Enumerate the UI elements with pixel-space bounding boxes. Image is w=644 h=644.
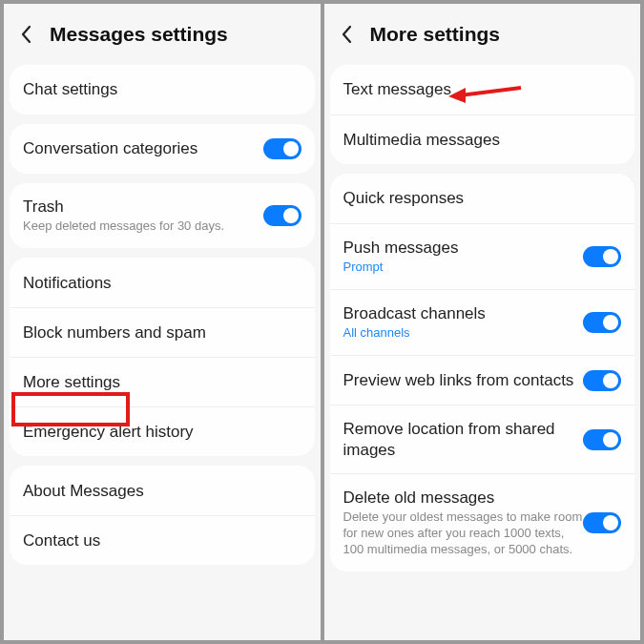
- more-settings-screen: More settings Text messages Multimedia m…: [324, 4, 641, 640]
- page-title: More settings: [370, 23, 501, 46]
- row-label: Broadcast channels: [343, 303, 584, 323]
- row-label: Contact us: [23, 530, 301, 551]
- row-label: Chat settings: [23, 79, 301, 99]
- contact-us-row[interactable]: Contact us: [10, 515, 315, 565]
- push-messages-toggle[interactable]: [583, 246, 621, 267]
- header: Messages settings: [10, 11, 315, 65]
- back-icon[interactable]: [336, 24, 357, 45]
- row-label: Remove location from shared images: [343, 419, 584, 460]
- row-label: Quick responses: [343, 188, 622, 208]
- broadcast-channels-toggle[interactable]: [583, 312, 621, 333]
- row-sublabel: Delete your oldest messages to make room…: [343, 509, 584, 558]
- broadcast-channels-row[interactable]: Broadcast channels All channels: [330, 289, 635, 355]
- remove-location-toggle[interactable]: [583, 429, 621, 450]
- row-label: Delete old messages: [343, 488, 584, 508]
- row-label: Emergency alert history: [23, 422, 301, 442]
- notifications-row[interactable]: Notifications: [10, 258, 315, 307]
- row-label: Block numbers and spam: [23, 322, 301, 343]
- multimedia-messages-row[interactable]: Multimedia messages: [330, 114, 635, 164]
- preview-web-links-row[interactable]: Preview web links from contacts: [330, 355, 635, 405]
- quick-responses-row[interactable]: Quick responses: [330, 174, 635, 223]
- page-title: Messages settings: [50, 23, 228, 46]
- row-sublabel: All channels: [343, 325, 584, 342]
- text-messages-row[interactable]: Text messages: [330, 65, 635, 114]
- conversation-categories-row[interactable]: Conversation categories: [10, 124, 315, 174]
- row-label: Push messages: [343, 238, 584, 258]
- block-numbers-row[interactable]: Block numbers and spam: [10, 307, 315, 357]
- delete-old-messages-row[interactable]: Delete old messages Delete your oldest m…: [330, 473, 635, 571]
- conversation-categories-toggle[interactable]: [263, 138, 301, 159]
- row-label: Preview web links from contacts: [343, 370, 584, 390]
- row-sublabel: Prompt: [343, 260, 584, 276]
- trash-row[interactable]: Trash Keep deleted messages for 30 days.: [10, 183, 315, 248]
- remove-location-row[interactable]: Remove location from shared images: [330, 405, 635, 473]
- push-messages-row[interactable]: Push messages Prompt: [330, 223, 635, 289]
- chat-settings-row[interactable]: Chat settings: [10, 65, 315, 114]
- row-label: More settings: [23, 372, 301, 392]
- back-icon[interactable]: [15, 24, 36, 45]
- row-label: Text messages: [343, 79, 622, 99]
- emergency-alert-row[interactable]: Emergency alert history: [10, 406, 315, 456]
- row-label: Trash: [23, 197, 263, 217]
- delete-old-messages-toggle[interactable]: [583, 512, 621, 533]
- row-label: Multimedia messages: [343, 130, 622, 150]
- row-label: About Messages: [23, 481, 301, 501]
- header: More settings: [330, 11, 635, 65]
- trash-toggle[interactable]: [263, 205, 301, 226]
- row-label: Notifications: [23, 273, 301, 293]
- row-sublabel: Keep deleted messages for 30 days.: [23, 218, 263, 235]
- messages-settings-screen: Messages settings Chat settings Conversa…: [4, 4, 321, 640]
- row-label: Conversation categories: [23, 138, 263, 158]
- about-messages-row[interactable]: About Messages: [10, 466, 315, 515]
- preview-web-links-toggle[interactable]: [583, 370, 621, 391]
- more-settings-row[interactable]: More settings: [10, 357, 315, 406]
